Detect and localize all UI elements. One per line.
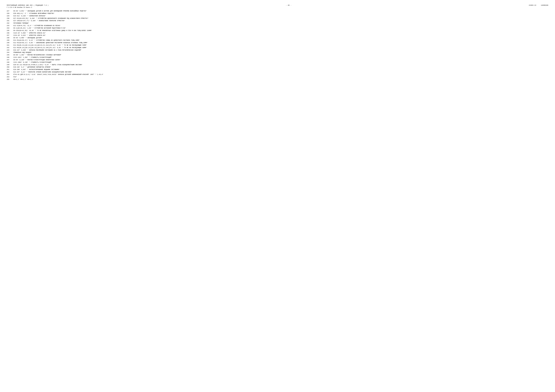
row-number: 236 [7,32,14,34]
row-number: 255 [7,78,14,81]
row-content: Е11-56(А5.14)(А3.14)(А4.14)(А2=13,21.14#… [14,47,548,49]
table-row: 235Е6-226(А2=41,28)' 10,46' * ТО ЖЕ МОНО… [7,30,548,32]
row-content: Е6-63' 0,041' * ЗАКЛАДНЫЕ ДЕТАЛИ В БЕТОН… [14,10,548,12]
table-row: 240Е11-55(А2=59,17)' 0,03' * ЗАПОЛНЕНИЕ … [7,42,548,44]
row-content: Е11-56(А5,11)(А3.11)(А4.11)(А2=13,21.11#… [14,44,548,46]
table-row: 242Е11-56(А5.14)(А3.14)(А4.14)(А2=13,21.… [7,47,548,49]
row-number: 228 [7,13,14,15]
table-row: 249Е26-63 111-30(А2=18,3+640;3,1,01#)' 0… [7,64,548,66]
row-content: Е15-511' 0,192' * СИЛИКАТНАЯ ОКРАСКА* [14,15,548,17]
header-num: 14690108 [541,5,548,6]
table-row: 248С121-1984' 0,130' * СТОИМОСТЬ М/КОНСТ… [7,61,548,64]
table-row: 246С121-1921' 1,202' * СТОИМОСТЬ М/КОНСТ… [7,57,548,59]
row-number: 229 [7,15,14,17]
header-program: ПРОГРАММНЫЙ КОМПЛЕКС АВС-3ЕС ( РЕДАКЦИЯ … [7,5,49,6]
row-number: 235 [7,30,14,32]
row-number: 247 [7,59,14,61]
row-content: С121-1984' 0,130' * СТОИМОСТЬ М/КОНСТРУК… [14,61,548,64]
table-row: 237С124-18' 0,631' * АРМАТУРА КЛАССА А3* [7,35,548,36]
table-row: 227Е6-63' 0,041' * ЗАКЛАДНЫЕ ДЕТАЛИ В БЕ… [7,10,548,12]
row-number: 252 [7,71,14,73]
row-number: 237 [7,35,14,36]
row-number: 227 [7,10,14,12]
row-number: 243 [7,49,14,51]
table-row: 230Е27-52(А2=125,55)' 0,104' * УСТРОЙСТВ… [7,17,548,20]
row-number: 241 [7,44,14,46]
table-row: 243Е34-167' 0,369' * ОКРАСКА МАСЛЯНЫМИ С… [7,49,548,51]
row-number: 251 [7,69,14,71]
row-number: 230 [7,17,14,20]
row-number: 253 [7,74,14,76]
table-row: 241Е11-56(А5,11)(А3.11)(А4.11)(А2=13,21.… [7,44,548,46]
table-row: 247Е9-94' 0,130' * МОНТАЖ М/КОНСТРУКЦИИ … [7,59,548,61]
row-content: Е6-226(А2=41,28)' 10,46' * ТО ЖЕ МОНОЛИТ… [14,30,548,32]
row-content: С124-18' 0,631' * АРМАТУРА КЛАССА А3* [14,35,548,36]
table-row: 236С124-16' 6,082' * АРМАТУРА КЛАССА А1* [7,32,548,34]
table-row: 233Е11-3(А2=6,76)' 12,4' * УСТРОЙСТВО ОС… [7,25,548,27]
row-number: 234 [7,27,14,29]
row-content: Е9-94' 0,130' * МОНТАЖ М/КОНСТРУКЦИИ ПОП… [14,59,548,61]
row-number: 233 [7,25,14,27]
table-row: 251Е16-206' 0,507' * АНТИСЕПТИРОВАНИЕ ВО… [7,69,548,71]
row-content: Е20-401(=1)' 2' * УСТАНОВКА ЖЕЛЕЗИЙНЫХ Р… [14,13,548,15]
row-content: Е6-1(А2=26,42)' 1,66' * УСТРОЙСТВО БЕТОН… [14,27,548,29]
row-content: Е10-192' 0,4' * ДЕРЕВЯНАЯ ОБРЕШЕТКА КРОВ… [14,66,548,68]
table-row: 234Е6-1(А2=26,42)' 1,66' * УСТРОЙСТВО БЕ… [7,27,548,29]
table-row: 229Е15-511' 0,192' * СИЛИКАТНАЯ ОКРАСКА* [7,15,548,17]
table-row: 245Е9-88' 1,202' * МОНТАЖ МЕТАЛЛИЧЕСКИХ … [7,54,548,56]
table-row: 238Е6-63' 0,966' * ЗАКЛАДНЫЕ ДЕТАЛИ* [7,37,548,39]
subtitle: Г.2-IV-3.90 Альбом I3 Книга 2 [7,7,548,8]
row-content: Е11-3(А2=6,76)' 12,4' * УСТРОЙСТВО ОСНОВ… [14,25,548,27]
table-row: 253ЕТ41-81 ДОП.В.2(=1)' 0,01' 293#27,3#3… [7,74,548,76]
row-content: РПАВИЛЬОН НАД ВХОДОМ* [14,51,548,54]
row-content: Н3=1,1' Н4=1,1' Н5=1,1* [14,78,548,81]
row-content: ЕТ41-81 ДОП.В.2(=1)' 0,01' 293#27,3#33,7… [14,74,548,76]
table-row: 252Е12-267' 0,22' * ПОКРЫТИЕ КРОВЛИ ВОЛН… [7,71,548,73]
table-row: 239Е11-55(А2=59,17)' 0,14' * УСТРОЙСТВО … [7,39,548,42]
table-row: 250Е10-192' 0,4' * ДЕРЕВЯНАЯ ОБРЕШЕТКА К… [7,66,548,68]
row-content: Е11-55(А2=59,17)' 0,03' * ЗАПОЛНЕНИЕ ЦЕМ… [14,42,548,44]
row-content: Р15* [14,76,548,78]
table-row: 244РПАВИЛЬОН НАД ВХОДОМ* [7,51,548,54]
row-content: С124-16' 6,082' * АРМАТУРА КЛАССА А1* [14,32,548,34]
table-row: 232РОГОЛОВКИ ТИПОВЫЕ* [7,22,548,24]
row-content: Е27-52(А2=125,55)' 0,104' * УСТРОЙСТВО Щ… [14,17,548,20]
table-row: 231Е27-169(А2=147,77)' 0,104' * АСФАЛЬТО… [7,20,548,22]
header-page-number: - 49 - [286,5,292,6]
row-number: 239 [7,39,14,42]
row-number: 248 [7,61,14,64]
table-row: 228Е20-401(=1)' 2' * УСТАНОВКА ЖЕЛЕЗИЙНЫ… [7,13,548,15]
row-content: Е12-267' 0,22' * ПОКРЫТИЕ КРОВЛИ ВОЛНИСТ… [14,71,548,73]
row-number: 242 [7,47,14,49]
row-content: Е16-206' 0,507' * АНТИСЕПТИРОВАНИЕ ВОДНЫ… [14,69,548,71]
table-row: 255Н3=1,1' Н4=1,1' Н5=1,1* [7,78,548,81]
row-content: Е34-167' 0,369' * ОКРАСКА МАСЛЯНЫМИ СОСТ… [14,49,548,51]
row-content: РОГОЛОВКИ ТИПОВЫЕ* [14,22,548,24]
row-content: Е11-55(А2=59,17)' 0,14' * УСТРОЙСТВО СЛИ… [14,39,548,42]
row-number: 250 [7,66,14,68]
table-row: 254Р15* [7,76,548,78]
row-number: 245 [7,54,14,56]
row-number: 254 [7,76,14,78]
row-content: Е6-63' 0,966' * ЗАКЛАДНЫЕ ДЕТАЛИ* [14,37,548,39]
row-content: Е9-88' 1,202' * МОНТАЖ МЕТАЛЛИЧЕСКИХ СТЕ… [14,54,548,56]
page-header: ПРОГРАММНЫЙ КОМПЛЕКС АВС-3ЕС ( РЕДАКЦИЯ … [7,5,548,6]
row-content: Е26-63 111-30(А2=18,3+640;3,1,01#)' 0,24… [14,64,548,66]
content-rows: 227Е6-63' 0,041' * ЗАКЛАДНЫЕ ДЕТАЛИ В БЕ… [7,10,548,80]
row-number: 238 [7,37,14,39]
row-number: 240 [7,42,14,44]
header-codes: 24383-13 14690108 [529,5,548,6]
row-number: 231 [7,20,14,22]
row-content: С121-1921' 1,202' * СТОИМОСТЬ М/КОНСТРУК… [14,57,548,59]
row-number: 246 [7,57,14,59]
row-number: 249 [7,64,14,66]
row-content: Е27-169(А2=147,77)' 0,104' * АСФАЛЬТОВОЕ… [14,20,548,22]
row-number: 232 [7,22,14,24]
row-number: 244 [7,51,14,54]
header-code: 24383-13 [529,5,536,6]
